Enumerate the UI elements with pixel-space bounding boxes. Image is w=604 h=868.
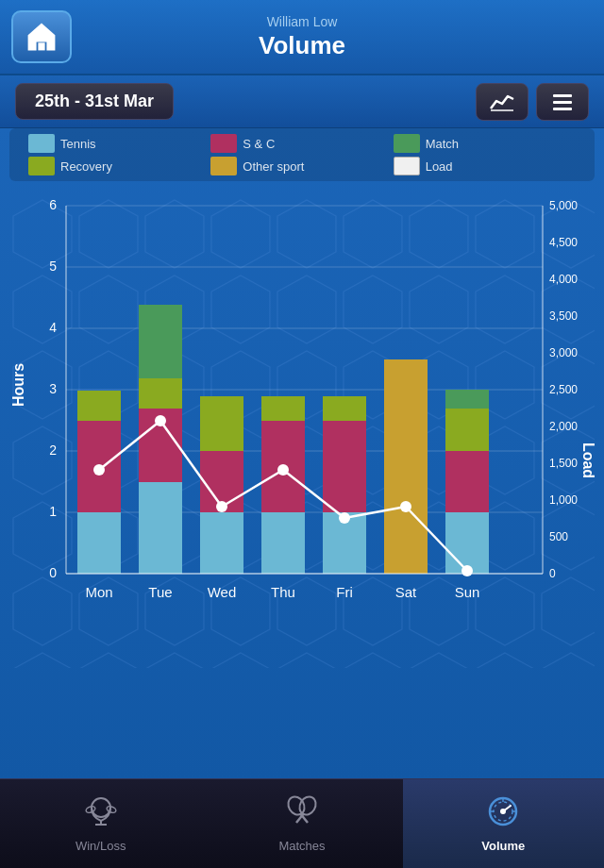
legend-match: Match <box>394 134 576 153</box>
bar-tue-tennis <box>139 482 182 574</box>
svg-text:0: 0 <box>549 567 556 580</box>
matches-label: Matches <box>278 839 325 853</box>
svg-text:0: 0 <box>49 565 57 580</box>
bar-sun-tennis <box>445 512 489 574</box>
winloss-icon <box>84 794 118 835</box>
bar-thu-recovery <box>261 396 305 421</box>
view-toggle <box>476 83 589 121</box>
chart-legend: Tennis S & C Match Recovery Other sport … <box>9 128 595 181</box>
svg-text:3,500: 3,500 <box>549 309 578 323</box>
chart-view-button[interactable] <box>476 83 528 121</box>
svg-text:1,000: 1,000 <box>549 493 578 507</box>
load-label: Load <box>426 159 453 174</box>
list-view-button[interactable] <box>536 83 589 121</box>
svg-text:Wed: Wed <box>208 584 237 600</box>
svg-rect-6 <box>553 94 572 97</box>
svg-text:4: 4 <box>49 320 57 335</box>
bar-fri-recovery <box>323 396 366 421</box>
match-label: Match <box>426 137 459 151</box>
svg-text:Load: Load <box>580 442 595 478</box>
svg-text:1,500: 1,500 <box>549 457 578 470</box>
load-dot-tue <box>155 415 166 426</box>
bar-tue-recovery <box>139 378 182 409</box>
app-container: William Low Volume 25th - 31st Mar <box>0 0 604 868</box>
sc-swatch <box>210 134 237 153</box>
nav-volume[interactable]: Volume <box>403 779 604 868</box>
page-title: Volume <box>259 31 345 60</box>
bar-sun-recovery <box>445 409 489 451</box>
svg-text:Mon: Mon <box>85 584 112 600</box>
home-icon <box>25 20 59 54</box>
legend-other-sport: Other sport <box>210 157 393 175</box>
bar-sun-sc <box>445 451 489 512</box>
bar-wed-tennis <box>200 512 243 574</box>
matches-icon <box>285 794 319 835</box>
svg-text:6: 6 <box>49 197 57 212</box>
match-swatch <box>394 134 420 153</box>
legend-tennis: Tennis <box>28 134 210 153</box>
svg-text:2: 2 <box>49 442 57 458</box>
bar-mon-recovery <box>77 391 121 421</box>
header: William Low Volume <box>0 0 604 75</box>
chart-svg: 0 1 2 3 4 5 6 Hours 0 500 1,000 1,500 2,… <box>9 187 595 677</box>
list-icon <box>551 92 574 112</box>
svg-text:4,500: 4,500 <box>549 236 578 249</box>
recovery-label: Recovery <box>60 159 112 174</box>
load-dot-sun <box>461 565 473 576</box>
header-text: William Low Volume <box>259 14 345 60</box>
svg-text:2,000: 2,000 <box>549 420 578 433</box>
sc-label: S & C <box>243 137 275 151</box>
chart-container: 0 1 2 3 4 5 6 Hours 0 500 1,000 1,500 2,… <box>9 187 595 677</box>
legend-recovery: Recovery <box>28 157 210 175</box>
svg-text:4,000: 4,000 <box>549 273 578 286</box>
svg-text:Thu: Thu <box>271 584 295 600</box>
other-sport-label: Other sport <box>243 159 304 174</box>
load-dot-mon <box>93 464 105 476</box>
svg-text:Tue: Tue <box>148 584 172 600</box>
bar-wed-other <box>200 396 243 451</box>
load-swatch <box>394 157 420 175</box>
bar-sat-other <box>384 359 428 574</box>
bar-sun-match <box>445 390 489 409</box>
date-range-button[interactable]: 25th - 31st Mar <box>15 83 174 120</box>
home-button[interactable] <box>11 10 72 63</box>
tennis-swatch <box>28 134 55 153</box>
svg-text:5,000: 5,000 <box>549 199 578 212</box>
svg-text:Hours: Hours <box>10 363 26 407</box>
svg-point-51 <box>85 805 95 813</box>
legend-sc: S & C <box>210 134 393 153</box>
chart-icon <box>489 92 515 112</box>
other-sport-swatch <box>210 157 237 175</box>
bar-tue-match <box>139 305 182 378</box>
svg-rect-4 <box>38 42 44 50</box>
bar-thu-tennis <box>261 512 305 574</box>
date-bar: 25th - 31st Mar <box>0 75 604 128</box>
load-dot-sat <box>400 501 411 512</box>
svg-rect-8 <box>553 108 572 110</box>
bar-fri-sc <box>323 421 366 512</box>
load-dot-thu <box>277 464 289 476</box>
user-name: William Low <box>259 14 345 29</box>
tennis-label: Tennis <box>60 137 96 151</box>
winloss-label: Win/Loss <box>76 839 126 853</box>
svg-text:3,000: 3,000 <box>549 346 578 359</box>
svg-text:Sat: Sat <box>395 584 417 600</box>
volume-icon <box>486 794 520 835</box>
svg-text:2,500: 2,500 <box>549 383 578 396</box>
bar-mon-tennis <box>77 512 121 574</box>
svg-text:1: 1 <box>49 504 57 519</box>
svg-text:5: 5 <box>49 259 57 274</box>
svg-line-60 <box>503 806 511 811</box>
legend-load: Load <box>394 157 576 175</box>
nav-matches[interactable]: Matches <box>201 779 402 868</box>
volume-label: Volume <box>481 839 525 853</box>
content-area: Tennis S & C Match Recovery Other sport … <box>0 128 604 778</box>
svg-text:Fri: Fri <box>336 584 353 600</box>
recovery-swatch <box>28 157 55 175</box>
svg-text:3: 3 <box>49 381 57 396</box>
nav-winloss[interactable]: Win/Loss <box>0 779 201 868</box>
load-dot-fri <box>339 512 350 524</box>
bottom-nav: Win/Loss Matches <box>0 778 604 868</box>
load-dot-wed <box>216 501 227 512</box>
svg-rect-7 <box>553 101 572 104</box>
